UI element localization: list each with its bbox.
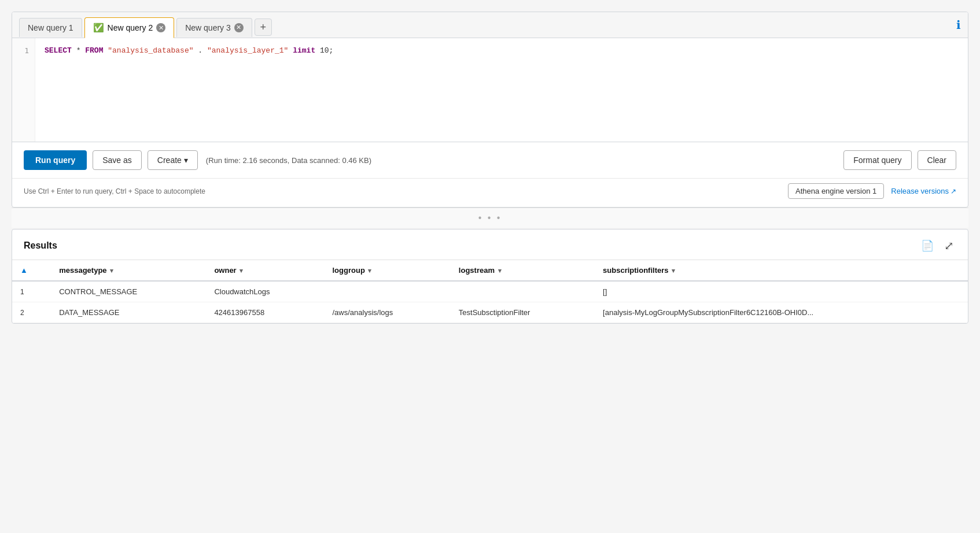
sort-down-icon: ▾ — [368, 267, 371, 274]
toolbar-right: Format query Clear — [843, 150, 956, 170]
col-subscriptionfilters[interactable]: subscriptionfilters ▾ — [595, 260, 968, 281]
tab-new-query-2[interactable]: ✅ New query 2 ✕ — [84, 17, 175, 38]
save-as-button[interactable]: Save as — [93, 150, 142, 170]
cell-messagetype: DATA_MESSAGE — [51, 302, 206, 323]
tab-label: New query 2 — [108, 23, 153, 32]
hint-text: Use Ctrl + Enter to run query, Ctrl + Sp… — [24, 187, 205, 195]
cell-owner: CloudwatchLogs — [206, 281, 324, 302]
sort-indicator-header[interactable]: ▲ — [12, 260, 51, 281]
panel-divider[interactable]: • • • — [12, 208, 968, 228]
query-toolbar: Run query Save as Create ▾ (Run time: 2.… — [12, 142, 968, 179]
sort-down-icon: ▾ — [240, 267, 243, 274]
add-tab-button[interactable]: + — [255, 18, 272, 36]
cell-messagetype: CONTROL_MESSAGE — [51, 281, 206, 302]
release-label: Release versions — [891, 187, 949, 195]
cell-subscriptionfilters: [] — [595, 281, 968, 302]
engine-badge: Athena engine version 1 — [788, 183, 884, 199]
line-numbers: 1 — [12, 38, 35, 142]
table-row: 2 DATA_MESSAGE 424613967558 /aws/analysi… — [12, 302, 968, 323]
hint-bar: Use Ctrl + Enter to run query, Ctrl + Sp… — [12, 179, 968, 207]
results-title: Results — [24, 240, 57, 251]
tab-close-button[interactable]: ✕ — [234, 23, 244, 32]
expand-icon: ⤢ — [944, 239, 954, 252]
keyword-select: SELECT — [45, 46, 72, 55]
cell-logstream: TestSubsctiptionFilter — [451, 302, 595, 323]
check-icon: ✅ — [93, 23, 104, 33]
col-owner-label: owner — [214, 266, 236, 275]
col-loggroup[interactable]: loggroup ▾ — [325, 260, 451, 281]
col-loggroup-label: loggroup — [333, 266, 365, 275]
code-string-table: "analysis_layer_1" — [207, 46, 288, 55]
run-query-button[interactable]: Run query — [24, 150, 87, 170]
tab-new-query-1[interactable]: New query 1 — [19, 18, 82, 37]
run-info: (Run time: 2.16 seconds, Data scanned: 0… — [206, 156, 371, 165]
code-dot: . — [198, 46, 202, 55]
cell-loggroup — [325, 281, 451, 302]
keyword-limit: limit — [293, 46, 315, 55]
col-owner[interactable]: owner ▾ — [206, 260, 324, 281]
external-link-icon: ↗ — [950, 187, 956, 195]
results-table: ▲ messagetype ▾ owner ▾ loggroup ▾ — [12, 260, 968, 323]
table-body: 1 CONTROL_MESSAGE CloudwatchLogs [] 2 DA… — [12, 281, 968, 323]
cell-subscriptionfilters: [analysis-MyLogGroupMySubscriptionFilter… — [595, 302, 968, 323]
row-num: 1 — [12, 281, 51, 302]
tab-label: New query 1 — [28, 23, 73, 32]
release-versions-link[interactable]: Release versions ↗ — [891, 187, 956, 195]
query-editor-panel: New query 1 ✅ New query 2 ✕ New query 3 … — [12, 12, 968, 208]
code-content[interactable]: SELECT * FROM "analysis_database" . "ana… — [35, 38, 968, 142]
results-header: Results 📄 ⤢ — [12, 230, 968, 260]
code-limit-val: 10; — [320, 46, 333, 55]
tab-new-query-3[interactable]: New query 3 ✕ — [176, 18, 252, 37]
table-header: ▲ messagetype ▾ owner ▾ loggroup ▾ — [12, 260, 968, 281]
chevron-down-icon: ▾ — [184, 156, 188, 165]
keyword-from: FROM — [85, 46, 103, 55]
cell-logstream — [451, 281, 595, 302]
table-row: 1 CONTROL_MESSAGE CloudwatchLogs [] — [12, 281, 968, 302]
col-messagetype-label: messagetype — [59, 266, 106, 275]
format-query-button[interactable]: Format query — [843, 150, 911, 170]
col-subscriptionfilters-label: subscriptionfilters — [603, 266, 668, 275]
sort-up-icon: ▲ — [20, 266, 28, 275]
download-button[interactable]: 📄 — [919, 238, 936, 253]
col-logstream-label: logstream — [459, 266, 495, 275]
row-num: 2 — [12, 302, 51, 323]
results-panel: Results 📄 ⤢ ▲ messagetype ▾ — [12, 229, 968, 324]
tab-close-button[interactable]: ✕ — [156, 23, 165, 32]
sort-down-icon: ▾ — [498, 267, 502, 274]
code-operator: * — [76, 46, 86, 55]
download-icon: 📄 — [921, 240, 934, 251]
info-icon[interactable]: ℹ — [956, 18, 961, 36]
tab-label: New query 3 — [185, 23, 231, 32]
sort-down-icon: ▾ — [110, 267, 113, 274]
cell-owner: 424613967558 — [206, 302, 324, 323]
engine-info: Athena engine version 1 Release versions… — [788, 183, 956, 199]
cell-loggroup: /aws/analysis/logs — [325, 302, 451, 323]
results-table-wrapper: ▲ messagetype ▾ owner ▾ loggroup ▾ — [12, 260, 968, 323]
clear-button[interactable]: Clear — [918, 150, 956, 170]
line-number: 1 — [20, 45, 29, 57]
create-button[interactable]: Create ▾ — [148, 150, 198, 170]
code-editor[interactable]: 1 SELECT * FROM "analysis_database" . "a… — [12, 38, 968, 142]
expand-button[interactable]: ⤢ — [942, 238, 956, 254]
tabs-bar: New query 1 ✅ New query 2 ✕ New query 3 … — [12, 12, 968, 38]
col-messagetype[interactable]: messagetype ▾ — [51, 260, 206, 281]
sort-down-icon: ▾ — [672, 267, 675, 274]
col-logstream[interactable]: logstream ▾ — [451, 260, 595, 281]
results-actions: 📄 ⤢ — [919, 238, 956, 254]
code-string-db: "analysis_database" — [108, 46, 193, 55]
create-label: Create — [157, 156, 182, 165]
